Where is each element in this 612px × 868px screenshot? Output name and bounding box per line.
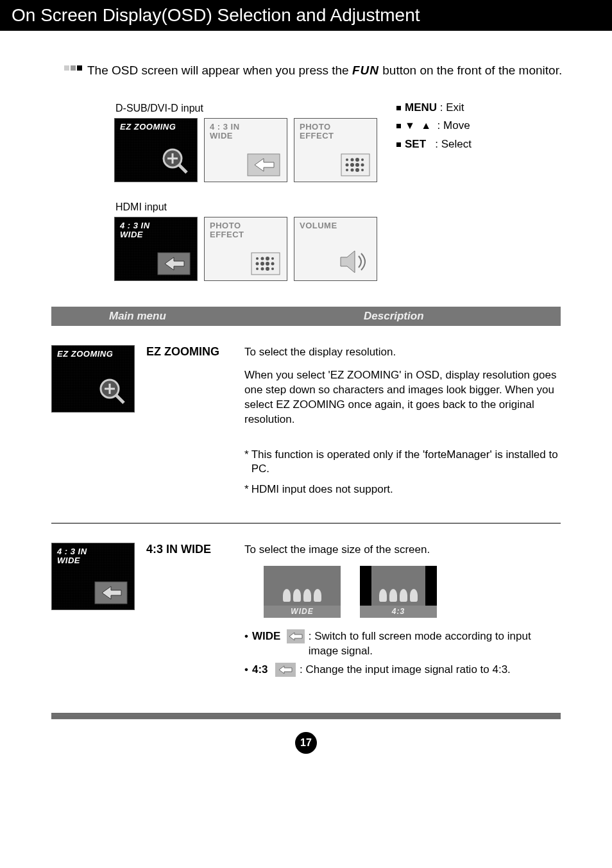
legend-menu-desc: : Exit <box>440 101 464 114</box>
square-bullet-icon <box>396 106 401 110</box>
svg-point-14 <box>361 163 364 166</box>
tile-ratio-title-hdmi: 4 : 3 IN WIDE <box>120 221 150 241</box>
svg-marker-34 <box>341 251 355 273</box>
svg-marker-42 <box>279 666 292 674</box>
legend-move-desc: : Move <box>438 119 470 132</box>
page-title: On Screen Display(OSD) Selection and Adj… <box>12 5 420 25</box>
aspect-thumb-4-3: 4:3 <box>360 566 437 617</box>
down-triangle-icon: ▼ <box>405 120 415 131</box>
svg-point-23 <box>261 257 264 260</box>
intro-block: The OSD screen will appear when you pres… <box>64 62 574 80</box>
feature-tile-ratio-title: 4 : 3 IN WIDE <box>57 547 87 566</box>
feature-ez-note2: *HDMI input does not support. <box>244 482 561 497</box>
arrow-left-box-icon <box>247 153 280 176</box>
section-header-bar: Main menu Description <box>51 307 561 326</box>
feature-ez-name: EZ ZOOMING <box>146 345 233 504</box>
footer-divider <box>51 713 561 719</box>
tile-volume: VOLUME <box>294 217 377 281</box>
svg-point-25 <box>271 257 274 260</box>
tile-photo-title: PHOTO EFFECT <box>300 123 334 142</box>
aspect-wide-desc: : Switch to full screen mode according t… <box>309 629 561 659</box>
svg-point-30 <box>256 268 259 270</box>
svg-line-3 <box>179 165 187 173</box>
bullet-deco-icon <box>64 65 82 71</box>
legend-set-desc: : Select <box>435 138 472 150</box>
feature-ez-zooming: EZ ZOOMING EZ ZOOMING To select the disp… <box>51 345 561 523</box>
square-bullet-icon <box>396 124 401 128</box>
svg-point-26 <box>256 262 259 265</box>
intro-text-1: The OSD screen will appear when you pres… <box>87 64 352 77</box>
svg-point-28 <box>266 262 269 266</box>
feature-tile-ratio: 4 : 3 IN WIDE <box>51 543 135 610</box>
svg-point-18 <box>361 169 364 171</box>
arrow-left-box-icon <box>94 581 128 604</box>
magnify-plus-icon <box>97 376 128 407</box>
svg-point-13 <box>355 163 359 167</box>
feature-ratio-name: 4:3 IN WIDE <box>146 543 233 681</box>
hdmi-input-label: HDMI input <box>115 201 377 213</box>
page-number-badge: 17 <box>295 732 317 754</box>
dot-matrix-icon <box>251 252 280 275</box>
section-description: Description <box>306 307 561 326</box>
up-triangle-icon: ▲ <box>421 120 431 131</box>
svg-point-27 <box>260 262 264 266</box>
dsub-tiles-row: EZ ZOOMING 4 : 3 IN WIDE PHOTO EFFECT <box>114 118 377 182</box>
feature-ez-p1: To select the display resolution. <box>244 345 561 360</box>
aspect-frame-4-3 <box>360 566 437 606</box>
svg-point-32 <box>266 267 269 271</box>
intro-text-2: button on the front of the monitor. <box>382 64 562 77</box>
svg-point-10 <box>361 158 364 161</box>
svg-point-33 <box>271 268 274 270</box>
button-legend: MENU : Exit ▼ ▲ : Move SET : Select <box>396 99 472 155</box>
svg-point-9 <box>355 158 359 162</box>
aspect-thumb-wide: WIDE <box>264 566 341 617</box>
svg-point-31 <box>261 267 264 270</box>
svg-point-8 <box>351 158 354 161</box>
aspect-4-3-desc: : Change the input image signal ratio to… <box>300 663 511 677</box>
feature-ratio-p1: To select the image size of the screen. <box>244 543 561 557</box>
aspect-4-3-name: 4:3 <box>252 663 271 677</box>
dot-matrix-icon <box>341 153 370 176</box>
svg-point-29 <box>271 262 275 265</box>
tile-4-3-wide-hdmi: 4 : 3 IN WIDE <box>114 217 198 281</box>
svg-point-11 <box>346 163 349 166</box>
svg-point-22 <box>256 257 259 260</box>
svg-point-12 <box>350 163 354 167</box>
aspect-label-4-3: 4:3 <box>360 606 437 617</box>
section-main-menu: Main menu <box>51 307 306 326</box>
tile-photo-title-hdmi: PHOTO EFFECT <box>210 221 244 241</box>
svg-point-16 <box>351 168 354 171</box>
tile-4-3-wide: 4 : 3 IN WIDE <box>204 118 287 182</box>
page-title-bar: On Screen Display(OSD) Selection and Adj… <box>0 0 612 31</box>
tile-photo-effect: PHOTO EFFECT <box>294 118 377 182</box>
feature-ez-note1: *This function is operated only if the '… <box>244 448 561 476</box>
feature-tile-ez: EZ ZOOMING <box>51 345 135 413</box>
aspect-frame-wide <box>264 566 341 606</box>
svg-line-38 <box>116 395 124 403</box>
svg-point-15 <box>346 169 348 171</box>
aspect-legend-list: • WIDE : Switch to full screen mode acco… <box>244 629 561 677</box>
tile-ez-zooming: EZ ZOOMING <box>114 118 198 182</box>
fun-button-label: FUN <box>352 64 379 77</box>
svg-point-7 <box>346 158 348 161</box>
square-bullet-icon <box>396 142 401 147</box>
mini-arrow-icon <box>275 663 296 677</box>
legend-menu-label: MENU <box>405 101 437 114</box>
magnify-plus-icon <box>160 146 191 176</box>
speaker-icon <box>336 248 370 275</box>
arrow-left-box-icon <box>157 252 191 275</box>
tile-photo-effect-hdmi: PHOTO EFFECT <box>204 217 287 281</box>
dsub-input-label: D-SUB/DVI-D input <box>115 103 377 114</box>
tile-ratio-title: 4 : 3 IN WIDE <box>210 123 240 142</box>
svg-marker-41 <box>289 633 302 640</box>
feature-ez-p2: When you select 'EZ ZOOMING' in OSD, dis… <box>244 368 561 427</box>
feature-4-3-wide: 4 : 3 IN WIDE 4:3 IN WIDE To select the … <box>51 523 561 701</box>
tile-ez-title: EZ ZOOMING <box>120 123 176 132</box>
svg-point-24 <box>266 257 269 260</box>
legend-set-label: SET <box>405 138 426 150</box>
tile-volume-title: VOLUME <box>300 221 337 231</box>
aspect-thumbnails: WIDE 4:3 <box>264 566 561 617</box>
aspect-label-wide: WIDE <box>264 606 341 617</box>
svg-point-17 <box>355 168 359 172</box>
feature-tile-ez-title: EZ ZOOMING <box>57 350 113 359</box>
